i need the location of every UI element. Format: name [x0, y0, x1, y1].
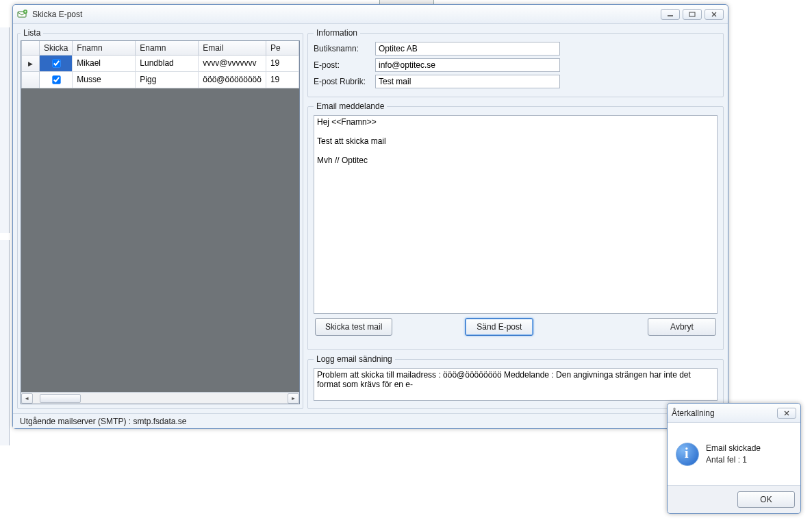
skicka-checkbox[interactable]: [52, 75, 60, 84]
send-email-button[interactable]: Sänd E-post: [465, 318, 533, 336]
row-header[interactable]: [22, 55, 40, 71]
message-legend: Email meddelande: [314, 101, 387, 111]
popup-line1: Email skickade: [706, 443, 761, 454]
cancel-button[interactable]: Avbryt: [648, 318, 716, 336]
grid-horizontal-scrollbar[interactable]: ◂ ▸: [21, 392, 299, 404]
col-enamn[interactable]: Enamn: [136, 41, 199, 55]
rubrik-label: E-post Rubrik:: [314, 77, 375, 86]
row-header[interactable]: [22, 71, 40, 88]
log-legend: Logg email sändning: [314, 354, 395, 364]
butiksnamn-input[interactable]: [375, 42, 560, 56]
log-group: Logg email sändning: [307, 354, 724, 409]
epost-label: E-post:: [314, 60, 375, 70]
cell-fnamn[interactable]: Musse: [73, 71, 136, 88]
scroll-thumb[interactable]: [40, 394, 81, 403]
svg-rect-3: [689, 12, 695, 16]
grid-corner[interactable]: [22, 41, 40, 55]
message-group: Email meddelande Skicka test mail Sänd E…: [307, 101, 724, 350]
information-legend: Information: [314, 28, 360, 38]
message-body[interactable]: [314, 115, 718, 314]
cell-email[interactable]: ööö@öööööööö: [199, 71, 266, 88]
col-fnamn[interactable]: Fnamn: [73, 41, 136, 55]
cell-last[interactable]: 19: [266, 55, 299, 71]
popup-titlebar[interactable]: Återkallning: [668, 404, 800, 423]
scroll-left-button[interactable]: ◂: [21, 393, 33, 404]
recipients-grid[interactable]: Skicka Fnamn Enamn Email Pe MikaelLundbl…: [21, 40, 300, 404]
minimize-button[interactable]: [661, 9, 680, 20]
titlebar[interactable]: Skicka E-post: [13, 5, 728, 24]
statusbar-text: Utgående mailserver (SMTP) : smtp.fsdata…: [20, 417, 186, 426]
send-test-button[interactable]: Skicka test mail: [315, 318, 392, 336]
popup-ok-button[interactable]: OK: [737, 491, 795, 508]
col-email[interactable]: Email: [199, 41, 266, 55]
cell-skicka[interactable]: [40, 71, 73, 88]
cell-enamn[interactable]: Lundblad: [136, 55, 199, 71]
recall-dialog: Återkallning Email skickade Antal fel : …: [667, 403, 801, 514]
table-row[interactable]: MikaelLundbladvvvv@vvvvvvv19: [22, 55, 299, 71]
popup-line2: Antal fel : 1: [706, 454, 761, 466]
window-title: Skicka E-post: [32, 10, 82, 19]
cell-last[interactable]: 19: [266, 71, 299, 88]
statusbar: Utgående mailserver (SMTP) : smtp.fsdata…: [13, 413, 728, 428]
popup-close-button[interactable]: [777, 408, 796, 419]
cell-email[interactable]: vvvv@vvvvvvv: [199, 55, 266, 71]
col-skicka[interactable]: Skicka: [40, 41, 73, 55]
lista-legend: Lista: [21, 28, 43, 38]
information-group: Information Butiksnamn: E-post: E-post R…: [307, 28, 724, 97]
popup-message: Email skickade Antal fel : 1: [706, 443, 761, 466]
col-last[interactable]: Pe: [266, 41, 299, 55]
info-icon: [676, 443, 699, 466]
butiksnamn-label: Butiksnamn:: [314, 44, 375, 53]
mail-icon: [17, 9, 28, 20]
rubrik-input[interactable]: [375, 75, 560, 88]
lista-group: Lista Skicka Fnamn Enamn Email Pe: [17, 28, 303, 409]
log-output[interactable]: [314, 368, 718, 401]
cell-skicka[interactable]: [40, 55, 73, 71]
table-row[interactable]: MussePiggööö@öööööööö19: [22, 71, 299, 88]
cell-fnamn[interactable]: Mikael: [73, 55, 136, 71]
scroll-right-button[interactable]: ▸: [288, 393, 299, 404]
popup-title: Återkallning: [672, 408, 715, 418]
send-email-window: Skicka E-post Lista: [12, 4, 728, 429]
maximize-button[interactable]: [683, 9, 702, 20]
close-button[interactable]: [705, 9, 724, 20]
epost-input[interactable]: [375, 58, 560, 72]
skicka-checkbox[interactable]: [52, 59, 60, 67]
cell-enamn[interactable]: Pigg: [136, 71, 199, 88]
